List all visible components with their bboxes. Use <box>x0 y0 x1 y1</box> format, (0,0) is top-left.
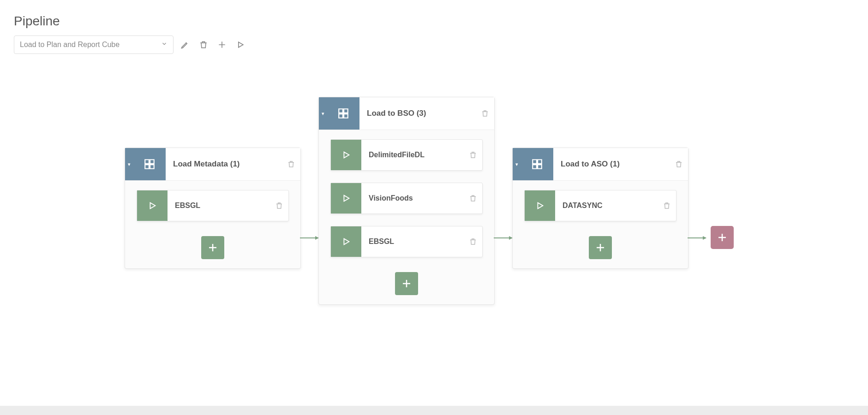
job-row: EBSGL <box>330 226 483 257</box>
stage-type-icon <box>133 148 166 180</box>
job-row: DATASYNC <box>524 190 676 221</box>
stage-body: EBSGL <box>125 181 300 268</box>
stage-expander[interactable]: ▾ <box>125 148 133 180</box>
add-button[interactable] <box>215 38 229 52</box>
add-job-button[interactable] <box>395 272 418 295</box>
page-title: Pipeline <box>0 0 868 29</box>
pipeline-select[interactable]: Load to Plan and Report Cube <box>14 36 174 54</box>
stage-header: ▾ Load to ASO (1) <box>513 148 688 181</box>
stage-header: ▾ Load to BSO (3) <box>319 97 494 130</box>
job-run-button[interactable] <box>331 140 361 170</box>
run-button[interactable] <box>233 38 247 52</box>
job-delete-button[interactable] <box>464 194 482 202</box>
job-name: EBSGL <box>168 202 270 210</box>
job-run-button[interactable] <box>137 190 168 221</box>
job-run-button[interactable] <box>525 190 555 221</box>
job-row: DelimitedFileDL <box>330 139 483 171</box>
job-run-button[interactable] <box>331 226 361 257</box>
job-name: DelimitedFileDL <box>361 151 464 159</box>
job-delete-button[interactable] <box>464 151 482 159</box>
job-name: EBSGL <box>361 237 464 246</box>
add-job-button[interactable] <box>201 236 224 259</box>
add-job-button[interactable] <box>589 236 612 259</box>
stage-delete-button[interactable] <box>476 97 494 130</box>
stage-card: ▾ Load to BSO (3) DelimitedFileDL Vision… <box>318 97 495 305</box>
job-name: VisionFoods <box>361 194 464 202</box>
job-delete-button[interactable] <box>464 237 482 246</box>
flow-arrow <box>494 237 512 239</box>
flow-arrow <box>300 237 318 239</box>
stage-body: DATASYNC <box>513 181 688 268</box>
stage-title: Load to ASO (1) <box>553 148 670 180</box>
job-row: VisionFoods <box>330 183 483 214</box>
chevron-down-icon <box>161 41 168 49</box>
stage-card: ▾ Load to ASO (1) DATASYNC <box>512 148 688 269</box>
stage-delete-button[interactable] <box>670 148 688 180</box>
add-stage-button[interactable] <box>711 226 734 249</box>
job-delete-button[interactable] <box>658 202 676 210</box>
stage-delete-button[interactable] <box>282 148 300 180</box>
job-delete-button[interactable] <box>270 202 288 210</box>
stage-type-icon <box>327 97 359 130</box>
stage-title: Load Metadata (1) <box>166 148 282 180</box>
toolbar: Load to Plan and Report Cube <box>0 29 868 54</box>
stage-expander[interactable]: ▾ <box>513 148 521 180</box>
stage-card: ▾ Load Metadata (1) EBSGL <box>125 148 301 269</box>
stage-expander[interactable]: ▾ <box>319 97 327 130</box>
stage-type-icon <box>521 148 553 180</box>
job-run-button[interactable] <box>331 183 361 213</box>
delete-button[interactable] <box>197 38 210 52</box>
edit-button[interactable] <box>178 38 192 52</box>
stage-header: ▾ Load Metadata (1) <box>125 148 300 181</box>
stage-title: Load to BSO (3) <box>359 97 476 130</box>
pipeline-select-label: Load to Plan and Report Cube <box>20 41 120 49</box>
job-name: DATASYNC <box>555 202 658 210</box>
job-row: EBSGL <box>137 190 289 221</box>
flow-arrow <box>688 237 706 239</box>
stage-body: DelimitedFileDL VisionFoods EBSGL <box>319 130 494 304</box>
pipeline-canvas: ▾ Load Metadata (1) EBSGL ▾ Load to BSO … <box>0 88 868 415</box>
footer-bar <box>0 406 868 415</box>
